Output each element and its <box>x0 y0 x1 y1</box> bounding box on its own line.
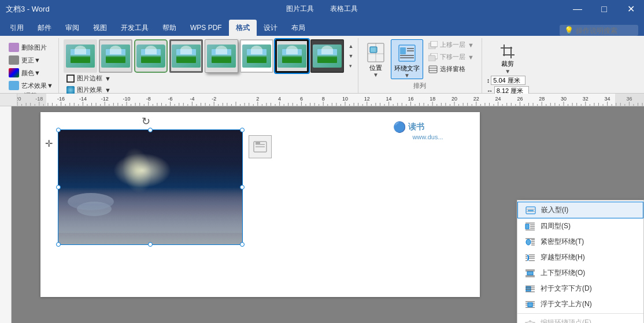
editpoints-label: 编辑环绕顶点(E) <box>541 318 636 323</box>
artistic-label: 艺术效果▼ <box>21 81 53 90</box>
remove-bg-icon <box>9 43 19 52</box>
close-btn[interactable]: ✕ <box>617 0 644 18</box>
select-pane-icon <box>428 65 438 73</box>
table-tools-tab[interactable]: 表格工具 <box>322 0 366 18</box>
minimize-btn[interactable]: — <box>564 0 591 18</box>
doc-area: 🔵 读书 www.dus... ↻ ✛ <box>12 106 644 323</box>
cloud-1 <box>77 202 112 216</box>
style-item-4[interactable] <box>169 39 203 73</box>
cloud-2 <box>68 193 114 210</box>
crop-btn[interactable]: 裁剪 ▼ <box>487 42 529 75</box>
tab-developer[interactable]: 开发工具 <box>114 20 156 36</box>
remove-bg-label: 删除图片 <box>21 43 47 52</box>
color-btn[interactable]: 颜色▼ <box>6 67 56 79</box>
handle-tc[interactable] <box>148 128 153 132</box>
height-input[interactable] <box>491 76 525 85</box>
tab-layout[interactable]: 布局 <box>284 20 312 36</box>
svg-rect-63 <box>528 303 532 307</box>
handle-br[interactable] <box>240 242 245 247</box>
artistic-icon <box>9 81 19 90</box>
handle-bl[interactable] <box>56 242 61 247</box>
expand-styles-btn[interactable]: ▾ <box>346 61 356 70</box>
editpoints-icon <box>524 318 536 324</box>
handle-tr[interactable] <box>240 128 245 132</box>
tab-design[interactable]: 设计 <box>257 20 284 36</box>
arrange-content: 位置 ▼ 环绕文字 ▼ <box>363 39 477 81</box>
style-item-2[interactable] <box>99 39 132 73</box>
menu-item-topbottom[interactable]: 上下型环绕(O) <box>517 265 643 281</box>
position-label: 位置 <box>369 64 382 72</box>
svg-rect-24 <box>256 142 260 144</box>
move-cursor: ✛ <box>45 138 53 149</box>
menu-item-through[interactable]: 穿越型环绕(H) <box>517 250 643 265</box>
selected-image[interactable] <box>58 129 243 245</box>
arrange-label: 排列 <box>363 81 477 92</box>
menu-item-inline[interactable]: 嵌入型(I) <box>517 202 643 218</box>
svg-point-35 <box>526 239 531 245</box>
handle-bc[interactable] <box>148 242 153 247</box>
inline-label: 嵌入型(I) <box>541 205 636 215</box>
artistic-btn[interactable]: 艺术效果▼ <box>6 80 56 91</box>
bring-forward-btn[interactable]: 上移一层 ▼ <box>425 39 477 50</box>
pic-border-btn[interactable]: 图片边框▼ <box>64 73 356 84</box>
style-item-6[interactable] <box>240 39 273 73</box>
menu-item-square[interactable]: 四周型(S) <box>517 218 643 234</box>
ruler <box>0 94 644 106</box>
style-item-8[interactable] <box>310 39 344 73</box>
menu-item-tight[interactable]: 紧密型环绕(T) <box>517 234 643 250</box>
tab-view[interactable]: 视图 <box>86 20 114 36</box>
ruler-canvas <box>17 94 644 106</box>
ruler-main <box>17 94 644 106</box>
style-item-1[interactable] <box>64 39 97 73</box>
style-item-3[interactable] <box>134 39 168 73</box>
vertical-ruler <box>0 106 12 323</box>
menu-item-editpoints[interactable]: 编辑环绕顶点(E) <box>517 315 643 323</box>
correct-btn[interactable]: 更正▼ <box>6 54 56 66</box>
search-input[interactable] <box>576 27 634 35</box>
page-icon <box>249 135 272 158</box>
handle-ml[interactable] <box>56 185 61 190</box>
rotate-handle[interactable]: ↻ <box>142 115 150 128</box>
wrap-text-arrow: ▼ <box>404 72 410 79</box>
svg-rect-49 <box>527 272 533 275</box>
tight-label: 紧密型环绕(T) <box>541 237 636 247</box>
tab-reference[interactable]: 引用 <box>3 20 31 36</box>
ribbon: 删除图片 更正▼ 颜色▼ 艺术效果▼ 调整 <box>0 36 644 94</box>
through-label: 穿越型环绕(H) <box>541 253 636 262</box>
svg-rect-13 <box>428 55 435 61</box>
menu-item-infront[interactable]: 浮于文字上方(N) <box>517 296 643 312</box>
correct-icon <box>9 55 19 65</box>
tab-help[interactable]: 帮助 <box>156 20 183 36</box>
layer-btns-col: 上移一层 ▼ 下移一层 ▼ 选择窗格 <box>425 39 477 75</box>
maximize-btn[interactable]: □ <box>591 0 617 18</box>
svg-rect-11 <box>431 41 438 47</box>
send-backward-btn[interactable]: 下移一层 ▼ <box>425 51 477 62</box>
effect-icon <box>66 86 75 94</box>
inline-icon <box>525 206 536 215</box>
wrap-text-dropdown: 嵌入型(I) 四周型(S) <box>517 200 644 323</box>
main-area: 🔵 读书 www.dus... ↻ ✛ <box>0 106 644 323</box>
tab-wps[interactable]: WPS PDF <box>183 20 229 36</box>
light-beam <box>119 145 156 195</box>
remove-bg-btn[interactable]: 删除图片 <box>6 42 56 53</box>
menu-divider-1 <box>517 313 643 314</box>
style-item-7[interactable] <box>275 39 309 73</box>
watermark-icon: 🔵 读书 www.dus... <box>393 121 462 140</box>
handle-tl[interactable] <box>56 128 61 132</box>
scroll-up-btn[interactable]: ▲ <box>346 42 356 51</box>
menu-item-behind[interactable]: 衬于文字下方(D) <box>517 281 643 296</box>
win-controls: — □ ✕ <box>564 0 644 18</box>
size-content: 裁剪 ▼ ↕ ↔ <box>487 42 529 95</box>
tab-review[interactable]: 审阅 <box>58 20 86 36</box>
tab-format[interactable]: 格式 <box>229 20 257 36</box>
through-icon <box>524 253 536 262</box>
handle-mr[interactable] <box>240 185 245 190</box>
select-pane-btn[interactable]: 选择窗格 <box>425 64 477 75</box>
border-icon <box>66 75 75 83</box>
tab-mail[interactable]: 邮件 <box>31 20 58 36</box>
position-btn[interactable]: 位置 ▼ <box>363 39 388 78</box>
picture-tools-tab[interactable]: 图片工具 <box>278 0 322 18</box>
wrap-text-btn[interactable]: 环绕文字 ▼ <box>391 39 423 79</box>
style-item-5[interactable] <box>205 39 238 73</box>
scroll-down-btn[interactable]: ▼ <box>346 51 356 61</box>
